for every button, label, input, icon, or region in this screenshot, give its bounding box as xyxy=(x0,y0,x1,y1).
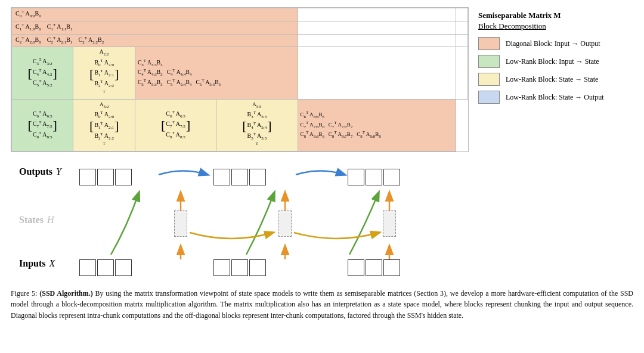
legend-item-state-output: Low-Rank Block: State → Output xyxy=(478,91,633,104)
input-boxes-2 xyxy=(213,259,266,276)
caption-bold: (SSD Algorithm.) xyxy=(39,289,92,298)
output-box xyxy=(79,169,96,185)
figure-caption: Figure 5: (SSD Algorithm.) By using the … xyxy=(11,288,633,321)
states-row: States H xyxy=(19,215,54,225)
inputs-label: Inputs xyxy=(19,258,45,269)
input-boxes-3 xyxy=(348,259,400,276)
input-box xyxy=(231,259,248,276)
states-var: H xyxy=(47,215,54,225)
output-box xyxy=(115,169,132,185)
caption-fig-label: Figure 5: xyxy=(11,289,37,298)
output-boxes-2 xyxy=(213,169,266,185)
legend-title: Semiseparable Matrix M xyxy=(478,11,633,20)
caption-rest: By using the matrix transformation viewp… xyxy=(11,289,633,320)
output-box xyxy=(383,169,400,185)
state-box-1 xyxy=(174,210,187,237)
output-box xyxy=(213,169,230,185)
legend-item-state-state: Low-Rank Block: State → State xyxy=(478,73,633,86)
output-boxes-1 xyxy=(79,169,132,185)
legend-item-input-state: Low-Rank Block: Input → State xyxy=(478,55,633,68)
legend-label-input-state: Low-Rank Block: Input → State xyxy=(506,57,599,66)
input-box xyxy=(366,259,382,276)
legend-label-state-state: Low-Rank Block: State → State xyxy=(506,75,598,84)
legend-box-input-state xyxy=(478,55,500,68)
top-section: C0T A0:0B0 C1T A1:0B0 C1T A1:1B1 C2T A2:… xyxy=(11,7,633,152)
legend-box-diagonal xyxy=(478,37,500,50)
inputs-var: X xyxy=(49,258,55,269)
legend-box-state-output xyxy=(478,91,500,104)
input-box xyxy=(115,259,132,276)
input-box xyxy=(79,259,96,276)
input-box xyxy=(383,259,400,276)
state-box-2 xyxy=(278,210,292,237)
outputs-var: Y xyxy=(56,166,61,177)
legend-item-diagonal: Diagonal Block: Input → Output xyxy=(478,37,633,50)
legend-label-state-output: Low-Rank Block: State → Output xyxy=(506,93,604,102)
output-box xyxy=(348,169,364,185)
legend: Semiseparable Matrix M Block Decompositi… xyxy=(478,7,633,112)
output-box xyxy=(231,169,248,185)
legend-label-diagonal: Diagonal Block: Input → Output xyxy=(506,39,600,48)
outputs-row: Outputs Y xyxy=(19,166,61,177)
legend-box-state-state xyxy=(478,73,500,86)
input-box xyxy=(249,259,266,276)
input-box xyxy=(348,259,364,276)
input-box xyxy=(97,259,114,276)
legend-subtitle: Block Decomposition xyxy=(478,21,633,31)
state-box-3 xyxy=(383,210,396,237)
output-box xyxy=(249,169,266,185)
matrix-area: C0T A0:0B0 C1T A1:0B0 C1T A1:1B1 C2T A2:… xyxy=(11,7,469,152)
output-box xyxy=(97,169,114,185)
output-box xyxy=(366,169,382,185)
input-box xyxy=(213,259,230,276)
outputs-label: Outputs xyxy=(19,166,52,177)
output-boxes-3 xyxy=(348,169,400,185)
states-label: States xyxy=(19,215,44,225)
input-boxes-1 xyxy=(79,259,132,276)
diagram-section: Outputs Y States H Inputs X xyxy=(11,158,633,283)
inputs-row: Inputs X xyxy=(19,258,55,269)
